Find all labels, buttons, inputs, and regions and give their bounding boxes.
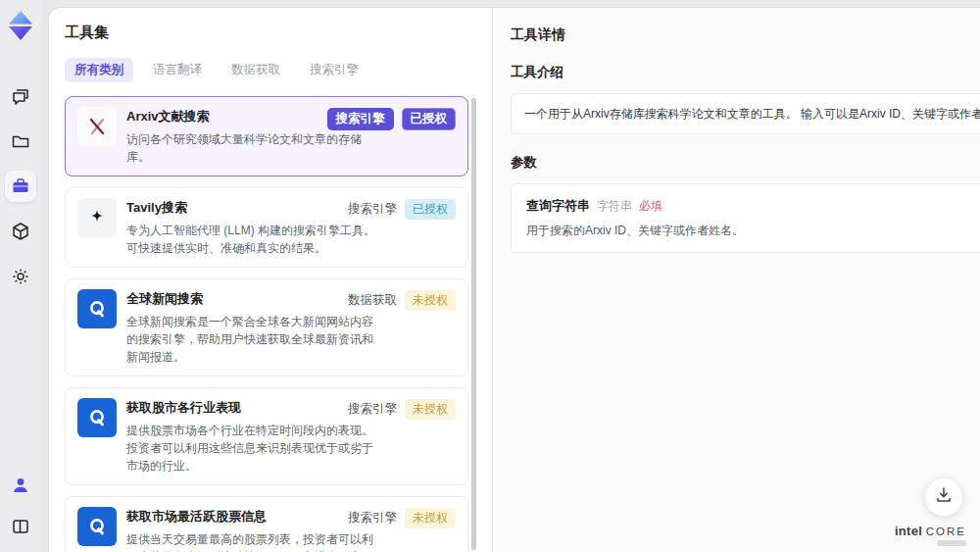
tool-description: 全球新闻搜索是一个聚合全球各大新闻网站内容的搜索引擎，帮助用户快速获取全球最新资… xyxy=(126,313,379,366)
nav-chat-button[interactable] xyxy=(5,80,36,112)
tool-category-badge: 搜索引擎 xyxy=(348,401,397,418)
tool-list: Arxiv文献搜索 访问各个研究领域大量科学论文和文章的存储库。 搜索引擎 已授… xyxy=(65,96,468,552)
nav-account-button[interactable] xyxy=(5,470,36,501)
chat-icon xyxy=(11,86,30,106)
news-logo-icon xyxy=(77,398,117,437)
gear-icon xyxy=(11,267,30,286)
detail-title: 工具详情 xyxy=(511,26,980,44)
tool-card[interactable]: 获取股市各行业表现 提供股票市场各个行业在特定时间段内的表现。投资者可以利用这些… xyxy=(65,387,468,485)
parameter-item: 查询字符串 字符串 必填 用于搜索的Arxiv ID、关键字或作者姓名。 xyxy=(526,197,980,239)
download-icon xyxy=(934,485,954,509)
category-tabs: 所有类别语言翻译数据获取搜索引擎 xyxy=(65,58,492,82)
tool-description: 专为人工智能代理 (LLM) 构建的搜索引擎工具。可快速提供实时、准确和真实的结… xyxy=(126,222,379,257)
parameter-type: 字符串 xyxy=(597,198,632,215)
params-heading: 参数 xyxy=(511,154,980,172)
app-rail xyxy=(0,0,41,552)
folder-icon xyxy=(11,131,30,151)
nav-settings-button[interactable] xyxy=(5,261,36,292)
parameter-name: 查询字符串 xyxy=(526,197,590,215)
brand-text: intel core xyxy=(895,525,966,538)
panel-layout-icon xyxy=(11,517,30,536)
tool-description: 提供股票市场各个行业在特定时间段内的表现。投资者可以利用这些信息来识别表现优于或… xyxy=(126,422,379,475)
parameter-required-flag: 必填 xyxy=(639,198,662,215)
sparkle-icon xyxy=(77,198,117,237)
tool-card[interactable]: 获取市场最活跃股票信息 提供当天交易量最高的股票列表，投资者可以利用这些信息来识… xyxy=(65,496,468,552)
tool-category-badge: 搜索引擎 xyxy=(327,108,394,130)
tool-auth-badge: 未授权 xyxy=(405,508,456,528)
tool-card[interactable]: Arxiv文献搜索 访问各个研究领域大量科学论文和文章的存储库。 搜索引擎 已授… xyxy=(65,96,468,176)
tool-auth-badge: 未授权 xyxy=(405,290,456,311)
tool-category-badge: 搜索引擎 xyxy=(348,510,397,527)
tool-name: Tavily搜索 xyxy=(126,199,379,217)
briefcase-icon xyxy=(11,176,30,196)
news-logo-icon xyxy=(77,289,117,328)
nav-files-button[interactable] xyxy=(5,125,36,157)
category-tab[interactable]: 搜索引擎 xyxy=(300,58,368,82)
category-tab[interactable]: 数据获取 xyxy=(221,58,290,82)
user-icon xyxy=(11,476,30,495)
tool-card[interactable]: Tavily搜索 专为人工智能代理 (LLM) 构建的搜索引擎工具。可快速提供实… xyxy=(65,187,468,268)
page-title: 工具集 xyxy=(65,24,492,42)
tool-name: 全球新闻搜索 xyxy=(126,290,379,308)
download-button[interactable] xyxy=(924,477,963,517)
main-content: 工具集 所有类别语言翻译数据获取搜索引擎 Arxiv文献搜索 访问各个研究领域大… xyxy=(49,8,980,552)
category-tab[interactable]: 语言翻译 xyxy=(143,58,212,82)
list-scrollbar[interactable] xyxy=(471,98,476,550)
intro-heading: 工具介绍 xyxy=(511,64,980,81)
cube-icon xyxy=(11,222,30,241)
toolset-pane: 工具集 所有类别语言翻译数据获取搜索引擎 Arxiv文献搜索 访问各个研究领域大… xyxy=(49,8,492,552)
brand-logo: intel core xyxy=(895,525,966,546)
nav-collapse-button[interactable] xyxy=(5,511,36,542)
params-box: 查询字符串 字符串 必填 用于搜索的Arxiv ID、关键字或作者姓名。 xyxy=(511,183,980,253)
tool-auth-badge: 未授权 xyxy=(405,399,456,420)
arxiv-icon xyxy=(77,107,117,146)
app-logo-icon[interactable] xyxy=(7,10,34,41)
tool-detail-pane: 工具详情 工具介绍 一个用于从Arxiv存储库搜索科学论文和文章的工具。 输入可… xyxy=(492,8,980,552)
nav-models-button[interactable] xyxy=(5,216,36,247)
tool-name: 获取市场最活跃股票信息 xyxy=(126,508,379,526)
tool-description: 访问各个研究领域大量科学论文和文章的存储库。 xyxy=(126,130,379,166)
nav-tools-button[interactable] xyxy=(5,171,36,202)
news-logo-icon xyxy=(77,507,117,546)
tool-card[interactable]: 全球新闻搜索 全球新闻搜索是一个聚合全球各大新闻网站内容的搜索引擎，帮助用户快速… xyxy=(65,278,468,376)
tool-category-badge: 数据获取 xyxy=(348,292,397,309)
tool-category-badge: 搜索引擎 xyxy=(348,201,397,218)
tool-intro-text: 一个用于从Arxiv存储库搜索科学论文和文章的工具。 输入可以是Arxiv ID… xyxy=(511,93,980,134)
category-tab[interactable]: 所有类别 xyxy=(65,58,133,82)
brand-subline xyxy=(937,540,966,546)
tool-auth-badge: 已授权 xyxy=(405,199,456,220)
tool-description: 提供当天交易量最高的股票列表，投资者可以利用这些信息来识别流动性强的股票和潜在的… xyxy=(126,530,379,552)
tool-auth-badge: 已授权 xyxy=(402,108,457,130)
tool-name: 获取股市各行业表现 xyxy=(126,399,379,417)
parameter-description: 用于搜索的Arxiv ID、关键字或作者姓名。 xyxy=(526,223,980,239)
